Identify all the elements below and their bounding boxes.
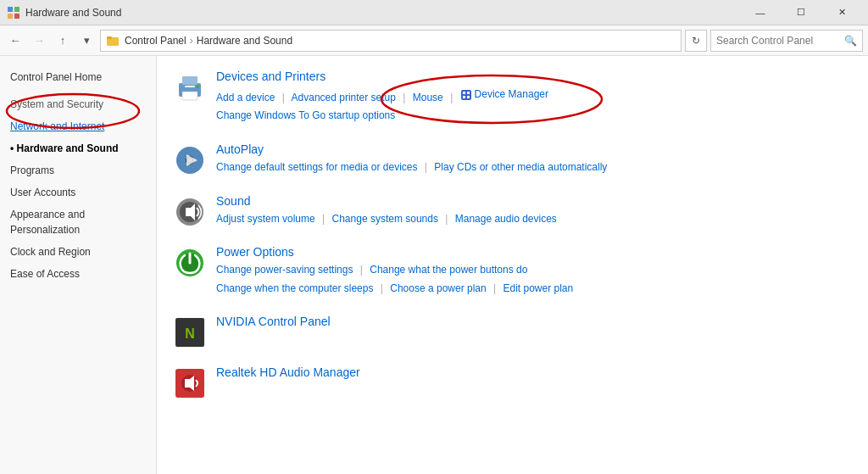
link-add-device[interactable]: Add a device	[216, 92, 275, 103]
link-power-buttons[interactable]: Change what the power buttons do	[370, 264, 527, 276]
autoplay-links: Change default settings for media or dev…	[216, 159, 851, 177]
svg-rect-0	[8, 7, 13, 12]
power-icon	[174, 247, 206, 279]
link-manage-audio[interactable]: Manage audio devices	[455, 213, 557, 225]
devices-printers-links: Add a device | Advanced printer setup | …	[216, 86, 851, 125]
sound-links: Adjust system volume | Change system sou…	[216, 210, 851, 229]
svg-point-11	[196, 85, 199, 88]
autoplay-content: AutoPlay Change default settings for med…	[216, 142, 851, 177]
svg-rect-14	[467, 92, 470, 94]
power-icon-svg	[174, 247, 206, 279]
sidebar-item-clock[interactable]: Clock and Region	[0, 241, 156, 263]
window-controls: — ☐ ✕	[741, 0, 861, 25]
svg-rect-1	[14, 7, 19, 12]
realtek-title[interactable]: Realtek HD Audio Manager	[216, 365, 851, 379]
search-button[interactable]: 🔍	[844, 35, 857, 47]
sidebar-item-programs[interactable]: Programs	[0, 159, 156, 181]
up-button[interactable]: ↑	[53, 31, 73, 51]
title-bar: Hardware and Sound — ☐ ✕	[0, 0, 868, 25]
power-links: Change power-saving settings | Change wh…	[216, 261, 851, 298]
nvidia-icon-svg: N	[174, 316, 206, 349]
link-mouse[interactable]: Mouse	[413, 92, 443, 103]
sound-content: Sound Adjust system volume | Change syst…	[216, 194, 851, 229]
category-sound: Sound Adjust system volume | Change syst…	[174, 194, 851, 229]
realtek-icon-svg	[174, 367, 206, 399]
link-change-sounds[interactable]: Change system sounds	[332, 213, 438, 225]
autoplay-icon-svg	[174, 144, 206, 176]
sep1: |	[282, 92, 285, 103]
devices-printers-content: Devices and Printers Add a device | Adva…	[216, 70, 851, 125]
link-play-cds[interactable]: Play CDs or other media automatically	[434, 161, 607, 173]
link-device-manager[interactable]: Device Manager	[475, 86, 548, 104]
sep5: |	[322, 213, 325, 225]
sep6: |	[445, 213, 448, 225]
nvidia-icon: N	[174, 316, 206, 349]
search-box[interactable]: 🔍	[710, 30, 863, 52]
svg-rect-13	[463, 92, 465, 94]
search-input[interactable]	[716, 35, 844, 47]
minimize-button[interactable]: —	[741, 0, 780, 25]
realtek-icon	[174, 367, 206, 399]
link-default-settings[interactable]: Change default settings for media or dev…	[216, 161, 417, 173]
forward-button[interactable]: →	[29, 31, 49, 51]
sep7: |	[360, 264, 363, 276]
sep9: |	[493, 282, 496, 294]
address-path[interactable]: Control Panel › Hardware and Sound	[100, 30, 682, 52]
category-autoplay: AutoPlay Change default settings for med…	[174, 142, 851, 177]
main-layout: Control Panel Home System and Security N…	[0, 56, 868, 474]
sep8: |	[381, 282, 383, 294]
category-realtek: Realtek HD Audio Manager	[174, 365, 851, 399]
sidebar-item-ease[interactable]: Ease of Access	[0, 263, 156, 285]
device-manager-icon	[460, 89, 472, 101]
sep3: |	[450, 92, 453, 103]
nvidia-title[interactable]: NVIDIA Control Panel	[216, 315, 851, 328]
svg-rect-10	[185, 86, 195, 87]
category-nvidia: N NVIDIA Control Panel	[174, 315, 851, 349]
content-area: Devices and Printers Add a device | Adva…	[157, 56, 868, 474]
maximize-button[interactable]: ☐	[782, 0, 821, 25]
realtek-content: Realtek HD Audio Manager	[216, 365, 851, 382]
folder-icon	[106, 34, 120, 47]
sound-icon	[174, 196, 206, 228]
devices-printers-title[interactable]: Devices and Printers	[216, 70, 851, 83]
power-title[interactable]: Power Options	[216, 245, 851, 259]
sidebar-item-hardware[interactable]: Hardware and Sound	[0, 137, 156, 159]
window-icon	[7, 6, 20, 20]
nvidia-content: NVIDIA Control Panel	[216, 315, 851, 331]
svg-rect-3	[14, 14, 19, 19]
link-computer-sleeps[interactable]: Change when the computer sleeps	[216, 282, 373, 294]
recent-button[interactable]: ▾	[76, 31, 97, 51]
sidebar-item-appearance[interactable]: Appearance and Personalization	[0, 204, 156, 241]
link-power-saving[interactable]: Change power-saving settings	[216, 264, 353, 276]
svg-rect-15	[463, 96, 465, 98]
svg-rect-9	[182, 92, 198, 100]
category-devices-printers: Devices and Printers Add a device | Adva…	[174, 70, 851, 125]
devices-icon-svg	[174, 71, 206, 103]
close-button[interactable]: ✕	[822, 0, 861, 25]
sound-icon-svg	[174, 196, 206, 228]
svg-rect-2	[8, 14, 13, 19]
breadcrumb-current[interactable]: Hardware and Sound	[197, 35, 292, 47]
power-content: Power Options Change power-saving settin…	[216, 245, 851, 298]
breadcrumb-root[interactable]: Control Panel	[125, 35, 186, 47]
refresh-button[interactable]: ↻	[685, 30, 707, 52]
sound-title[interactable]: Sound	[216, 194, 851, 208]
sidebar-item-system[interactable]: System and Security	[0, 93, 156, 115]
autoplay-icon	[174, 144, 206, 176]
svg-rect-5	[107, 36, 112, 39]
sidebar-item-network[interactable]: Network and Internet	[0, 115, 156, 137]
autoplay-title[interactable]: AutoPlay	[216, 142, 851, 156]
link-adjust-volume[interactable]: Adjust system volume	[216, 213, 315, 225]
sidebar: Control Panel Home System and Security N…	[0, 56, 157, 474]
devices-printers-icon	[174, 71, 206, 103]
link-windows-to-go[interactable]: Change Windows To Go startup options	[216, 109, 395, 121]
back-button[interactable]: ←	[5, 31, 25, 51]
window-title: Hardware and Sound	[25, 7, 741, 19]
sidebar-item-home[interactable]: Control Panel Home	[0, 66, 156, 88]
link-power-plan[interactable]: Choose a power plan	[390, 282, 486, 294]
sidebar-item-user-accounts[interactable]: User Accounts	[0, 181, 156, 204]
svg-rect-16	[467, 96, 470, 98]
svg-text:N: N	[185, 326, 195, 341]
link-edit-power-plan[interactable]: Edit power plan	[504, 282, 574, 294]
link-advanced-printer[interactable]: Advanced printer setup	[292, 92, 396, 103]
